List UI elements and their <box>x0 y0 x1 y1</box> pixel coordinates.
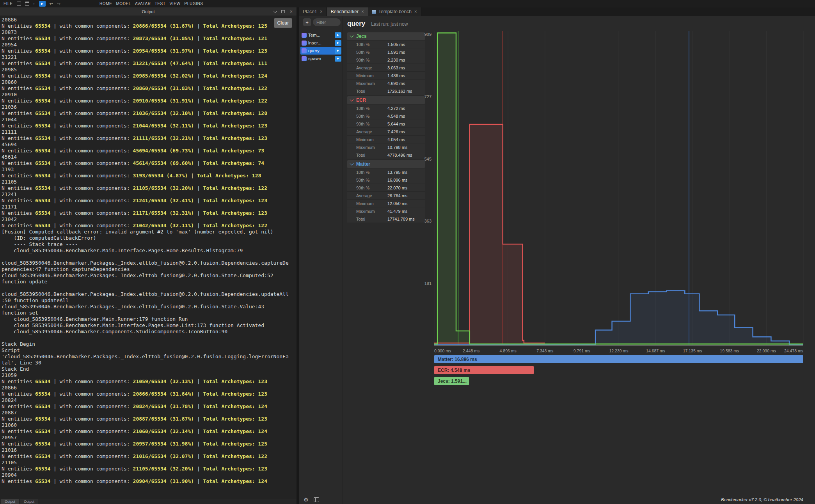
stats-section-header-ecr[interactable]: ECR <box>347 96 425 104</box>
filter-input[interactable] <box>313 18 341 26</box>
tab-template-bench[interactable]: Template.bench× <box>368 7 421 16</box>
popout-icon[interactable] <box>281 10 285 13</box>
chevron-down-icon <box>350 98 354 102</box>
new-file-icon[interactable] <box>17 2 21 6</box>
run-benchmark-button[interactable]: ▶ <box>335 48 341 54</box>
tab-place1[interactable]: Place1× <box>299 7 327 16</box>
log-text-line <box>2 285 297 291</box>
benchmark-icon <box>302 56 307 61</box>
menu-test[interactable]: TEST <box>155 2 166 6</box>
stat-label: Average <box>356 193 387 198</box>
log-entry-line: N entities 65534 | with common component… <box>2 391 297 397</box>
play-button[interactable]: ▶ <box>39 1 46 7</box>
run-benchmark-button[interactable]: ▶ <box>335 32 341 38</box>
x-tick-label: 9.791 ms <box>574 348 590 353</box>
menu-plugins[interactable]: PLUGINS <box>185 2 203 6</box>
log-text-line: cloud_5853950046.Benchmarker.Main.Runner… <box>2 316 297 322</box>
log-text-line: cloud_5853950046.Benchmarker.Packages._I… <box>2 291 297 297</box>
stat-value: 4.272 ms <box>387 106 405 111</box>
run-benchmark-button[interactable]: ▶ <box>335 40 341 46</box>
stat-row: Total4778.496 ms <box>347 151 425 159</box>
stat-row: 50th %16.896 ms <box>347 176 425 184</box>
output-dock-tab[interactable]: Output <box>20 499 38 504</box>
benchmark-list-item-spawn[interactable]: spawn▶ <box>300 55 341 62</box>
stats-section-header-jecs[interactable]: Jecs <box>347 32 425 40</box>
gear-icon[interactable]: ⚙ <box>304 497 309 502</box>
stat-row: Average7.426 ms <box>347 127 425 135</box>
log-text-line: 21111 <box>2 129 297 135</box>
x-tick-label: 24.478 ms <box>784 348 803 353</box>
stat-label: Minimum <box>356 73 387 78</box>
log-text-line: function set <box>2 310 297 316</box>
x-tick-label: 2.448 ms <box>463 348 479 353</box>
log-text-line: tal', Line 30 <box>2 360 297 366</box>
last-run-label: Last run: just now <box>371 21 408 27</box>
stat-label: 50th % <box>356 178 387 182</box>
stat-value: 17741.709 ms <box>387 217 415 221</box>
tab-close-icon[interactable]: × <box>320 9 323 14</box>
stats-section-name: Matter <box>356 161 370 167</box>
menu-file[interactable]: FILE <box>4 2 13 6</box>
menu-model[interactable]: MODEL <box>116 2 131 6</box>
stat-row: Average3.063 ms <box>347 64 425 71</box>
save-icon[interactable] <box>25 2 29 6</box>
tab-close-icon[interactable]: × <box>414 9 417 14</box>
publish-icon[interactable]: ↑ <box>33 2 35 6</box>
log-text-line: 20985 <box>2 67 297 73</box>
tab-close-icon[interactable]: × <box>361 9 364 14</box>
benchmark-name: spawn <box>308 56 333 61</box>
stat-value: 12.050 ms <box>387 201 407 206</box>
add-benchmark-button[interactable]: + <box>303 18 311 26</box>
stats-section-header-matter[interactable]: Matter <box>347 160 425 168</box>
output-log[interactable]: 20886N entities 65534 | with common comp… <box>2 17 297 499</box>
menu-home[interactable]: HOME <box>99 2 112 6</box>
log-entry-line: N entities 65534 | with common component… <box>2 403 297 410</box>
tab-label: Place1 <box>303 9 317 14</box>
tab-label: Template.bench <box>378 9 412 14</box>
log-text-line: (ID: computedCallbackError) <box>2 235 297 241</box>
close-icon[interactable]: × <box>289 9 293 14</box>
log-text-line: 31221 <box>2 54 297 60</box>
menu-avatar[interactable]: AVATAR <box>135 2 151 6</box>
stat-value: 4.054 ms <box>387 137 405 142</box>
run-benchmark-button[interactable]: ▶ <box>335 56 341 62</box>
stat-row: 10th %4.272 ms <box>347 104 425 112</box>
stat-value: 1726.163 ms <box>387 89 412 94</box>
legend-bar-jecs: Jecs: 1.591... <box>434 377 469 385</box>
benchmark-list: Tem...▶inser...▶query▶spawn▶ <box>300 31 341 62</box>
tab-benchmarker[interactable]: Benchmarker× <box>327 7 368 16</box>
benchmark-list-item-Tem[interactable]: Tem...▶ <box>300 31 341 39</box>
chevron-down-icon[interactable] <box>273 9 277 13</box>
stat-value: 13.795 ms <box>387 170 407 175</box>
stat-value: 5.644 ms <box>387 122 405 126</box>
log-text-line <box>2 254 297 260</box>
x-tick-label: 7.343 ms <box>536 348 553 353</box>
stat-row: 10th %13.795 ms <box>347 168 425 176</box>
benchmark-list-item-query[interactable]: query▶ <box>300 47 341 55</box>
undo-icon[interactable]: ↩ <box>50 2 53 6</box>
log-text-line: 21059 <box>2 372 297 378</box>
layout-icon[interactable] <box>314 497 319 502</box>
histogram-chart: 1813635457279090.000 ms2.448 ms4.896 ms7… <box>421 29 810 355</box>
benchmark-list-item-inser[interactable]: inser...▶ <box>300 39 341 47</box>
stat-row: 90th %2.230 ms <box>347 56 425 64</box>
log-text-line: Stack End <box>2 366 297 372</box>
log-text-line: 20873 <box>2 29 297 35</box>
log-entry-line: N entities 65534 | with common component… <box>2 428 297 435</box>
log-text-line: ---- Stack trace ---- <box>2 241 297 248</box>
stat-row: Maximum10.798 ms <box>347 143 425 151</box>
menu-view[interactable]: VIEW <box>170 2 181 6</box>
log-text-line: Stack Begin <box>2 341 297 347</box>
log-text-line: 20904 <box>2 472 297 478</box>
output-header: Output × <box>0 7 297 16</box>
x-tick-label: 0.000 ms <box>434 348 451 353</box>
log-entry-line: N entities 65534 | with common component… <box>2 48 297 54</box>
log-text-line: Script <box>2 347 297 354</box>
output-dock-tabs: Output Output <box>0 499 297 504</box>
log-entry-line: N entities 65534 | with common component… <box>2 198 297 204</box>
log-text-line: [Fusion] Computed callback error: invali… <box>2 229 297 235</box>
stat-label: 90th % <box>356 122 387 126</box>
redo-icon[interactable]: ↪ <box>57 2 60 6</box>
output-dock-tab[interactable]: Output <box>1 499 19 504</box>
clear-button[interactable]: Clear <box>274 18 292 28</box>
